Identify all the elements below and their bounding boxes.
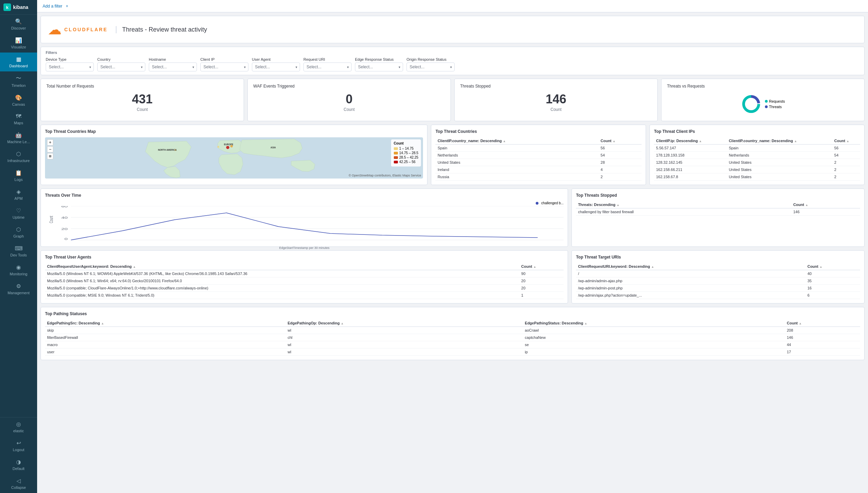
sidebar-item-logs[interactable]: 📋 Logs xyxy=(0,166,37,185)
sidebar-item-monitoring[interactable]: ◉ Monitoring xyxy=(0,261,37,279)
legend-range-2: 14.75 – 28.5 xyxy=(399,151,419,155)
table-row: 162.158.66.211United States2 xyxy=(654,166,860,173)
table-row: Mozilla/5.0 (compatible; CloudFlare-Alwa… xyxy=(45,285,564,292)
map-row: Top Threat Countries Map xyxy=(41,125,865,185)
threats-over-time-card: Threats Over Time challenged b... 60 xyxy=(41,188,568,247)
svg-text:0: 0 xyxy=(65,237,68,240)
kibana-logo-k: k xyxy=(3,3,11,11)
map-zoom-in[interactable]: + xyxy=(47,139,53,146)
sidebar-item-devtools[interactable]: ⌨ Dev Tools xyxy=(0,242,37,261)
ip-country: United States xyxy=(727,166,832,173)
legend-range-3: 28.5 – 42.25 xyxy=(399,156,419,159)
add-filter-button[interactable]: Add a filter xyxy=(43,4,62,9)
filters-section: Filters Device Type Select... Country Se… xyxy=(41,47,865,75)
user-agents-table: ClientRequestUserAgent.keyword: Descendi… xyxy=(45,263,564,299)
svg-text:NORTH AMERICA: NORTH AMERICA xyxy=(158,149,177,151)
sidebar-item-elastic[interactable]: ◎ elastic xyxy=(0,417,37,436)
sidebar-item-ml[interactable]: 🤖 Machine Le... xyxy=(0,128,37,147)
sort-icon: ▲ xyxy=(616,203,620,207)
filter-country-select[interactable]: Select... xyxy=(97,62,145,71)
chart-legend-dot xyxy=(536,202,538,205)
pathing-card: Top Pathing Statuses EdgePathingSrc: Des… xyxy=(41,307,865,360)
sidebar-item-label: Monitoring xyxy=(10,272,27,276)
map-layers[interactable]: ⊞ xyxy=(47,153,53,159)
pathing-table: EdgePathingSrc: Descending ▲ EdgePathing… xyxy=(45,320,860,356)
user-agents-title: Top Threat User Agents xyxy=(45,255,564,260)
filter-client-ip-select[interactable]: Select... xyxy=(200,62,248,71)
legend-color-4 xyxy=(394,161,398,163)
sidebar-item-maps[interactable]: 🗺 Maps xyxy=(0,110,37,128)
sidebar-item-apm[interactable]: ◈ APM xyxy=(0,185,37,204)
chart-row: Threats Over Time challenged b... 60 xyxy=(41,188,865,247)
legend-entry-4: 42.25 – 56 xyxy=(394,160,419,164)
col-pathing-status: EdgePathingStatus: Descending ▲ xyxy=(523,320,784,327)
threats-label: Threats xyxy=(769,105,782,109)
sidebar-item-infrastructure[interactable]: ⬡ Infrastructure xyxy=(0,147,37,166)
elastic-icon: ◎ xyxy=(16,421,21,427)
user-agents-card: Top Threat User Agents ClientRequestUser… xyxy=(41,250,568,303)
sidebar-item-dashboard[interactable]: ▦ Dashboard xyxy=(0,53,37,71)
stat-threats-stopped-unit: Count xyxy=(460,107,652,112)
sidebar: k kibana 🔍 Discover 📊 Visualize ▦ Dashbo… xyxy=(0,0,37,493)
table-row: Mozilla/5.0 (Windows NT 6.1; WOW64) Appl… xyxy=(45,270,564,277)
uptime-icon: ♡ xyxy=(16,207,21,214)
user-agent-string: Mozilla/5.0 (Windows NT 6.1; Win64; x64;… xyxy=(45,277,519,285)
ua-count: 20 xyxy=(519,277,564,285)
sidebar-item-label: Logout xyxy=(13,448,24,452)
filter-request-uri-select[interactable]: Select... xyxy=(303,62,352,71)
filter-origin-response-select[interactable]: Select... xyxy=(407,62,455,71)
col-uri-count: Count ▲ xyxy=(805,263,860,270)
legend-color-1 xyxy=(394,147,398,150)
sidebar-item-collapse[interactable]: ◁ Collapse xyxy=(0,474,37,493)
stat-waf-events-title: WAF Events Triggered xyxy=(253,84,445,89)
filter-hostname-label: Hostname xyxy=(149,57,197,61)
maps-icon: 🗺 xyxy=(16,113,21,119)
uri-count: 16 xyxy=(805,285,860,292)
sidebar-item-uptime[interactable]: ♡ Uptime xyxy=(0,204,37,223)
uri-count: 40 xyxy=(805,270,860,277)
filter-device-type-select[interactable]: Select... xyxy=(46,62,94,71)
sort-icon: ▲ xyxy=(133,265,136,268)
sidebar-item-graph[interactable]: ⬡ Graph xyxy=(0,223,37,242)
donut-chart xyxy=(741,94,761,114)
svg-point-3 xyxy=(226,146,229,149)
ip-count: 2 xyxy=(832,166,860,173)
sidebar-item-logout[interactable]: ↩ Logout xyxy=(0,436,37,455)
sidebar-item-label: Infrastructure xyxy=(8,159,30,163)
pathing-count: 146 xyxy=(785,334,860,341)
threats-vs-chart: Requests Threats xyxy=(667,92,859,116)
sidebar-item-discover[interactable]: 🔍 Discover xyxy=(0,15,37,34)
country-count: 4 xyxy=(599,166,642,173)
sidebar-logo: k kibana xyxy=(0,0,37,15)
sidebar-item-visualize[interactable]: 📊 Visualize xyxy=(0,34,37,53)
uri-path: /wp-admin/admin-post.php xyxy=(576,285,805,292)
discover-icon: 🔍 xyxy=(15,18,22,25)
sidebar-item-label: Maps xyxy=(14,121,23,125)
sidebar-item-management[interactable]: ⚙ Management xyxy=(0,279,37,298)
sidebar-item-canvas[interactable]: 🎨 Canvas xyxy=(0,91,37,110)
user-agent-string: Mozilla/5.0 (compatible; MSIE 9.0; Windo… xyxy=(45,292,519,299)
filter-user-agent-select[interactable]: Select... xyxy=(252,62,300,71)
filter-edge-response-label: Edge Response Status xyxy=(355,57,403,61)
pathing-op: wl xyxy=(286,341,523,348)
filter-client-ip: Client IP Select... xyxy=(200,57,248,71)
col-user-agent: ClientRequestUserAgent.keyword: Descendi… xyxy=(45,263,519,270)
sidebar-item-default[interactable]: ◑ Default xyxy=(0,455,37,474)
map-zoom-out[interactable]: − xyxy=(47,146,53,152)
filter-edge-response-select[interactable]: Select... xyxy=(355,62,403,71)
stat-total-requests: Total Number of Requests 431 Count xyxy=(41,79,244,121)
threat-count: 146 xyxy=(791,208,860,216)
stat-threats-vs-requests: Threats vs Requests Requests xyxy=(661,79,865,121)
apm-icon: ◈ xyxy=(16,188,21,195)
filter-hostname-select[interactable]: Select... xyxy=(149,62,197,71)
default-icon: ◑ xyxy=(16,459,21,465)
target-uris-title: Top Threat Target URIs xyxy=(576,255,860,260)
sidebar-item-label: Management xyxy=(8,291,30,295)
sort-icon: ▲ xyxy=(651,265,654,268)
sidebar-item-label: Default xyxy=(13,467,25,471)
ip-country: Spain xyxy=(727,145,832,152)
sidebar-item-timelion[interactable]: 〜 Timelion xyxy=(0,71,37,91)
col-threat: Threats: Descending ▲ xyxy=(576,201,791,208)
uri-path: /wp-admin/ajax.php?action=update_... xyxy=(576,292,805,299)
pathing-op: wl xyxy=(286,327,523,334)
